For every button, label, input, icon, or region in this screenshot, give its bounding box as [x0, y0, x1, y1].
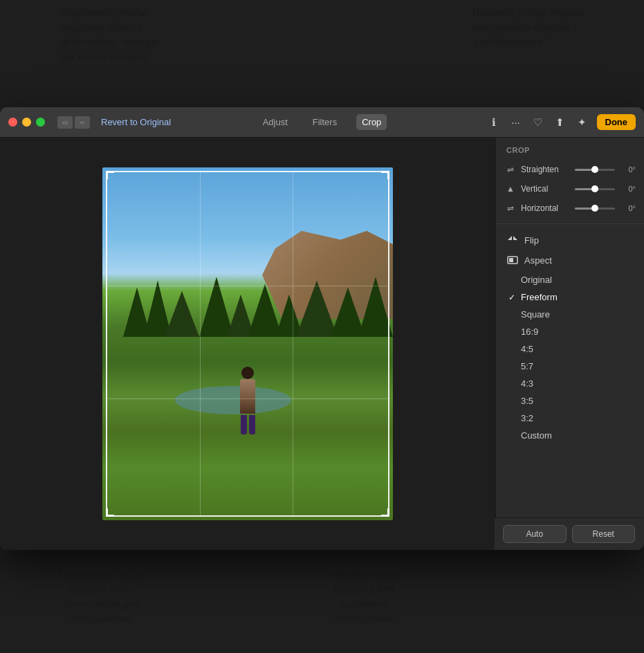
aspect-row[interactable]: Aspect [496, 250, 644, 270]
toolbar-right: ℹ ··· ♡ ⬆ ✦ Done [486, 114, 636, 130]
tree-layer [102, 266, 393, 337]
auto-button[interactable]: Auto [503, 525, 567, 543]
aspect-item-5-7[interactable]: 5:7 [496, 358, 644, 375]
straighten-value: 0° [619, 165, 636, 174]
horizontal-row[interactable]: ⇌ Horizontal 0° [496, 199, 644, 218]
reset-button[interactable]: Reset [572, 525, 636, 543]
more-icon[interactable]: ··· [508, 115, 524, 130]
titlebar: ▭ ▫▫ Revert to Original Adjust Filters C… [0, 107, 644, 138]
aspect-item-square[interactable]: Square [496, 306, 644, 323]
maximize-button[interactable] [36, 118, 45, 127]
done-button[interactable]: Done [597, 114, 636, 130]
callout-top-right: Нажмите, чтобы открытьинструменты обрезк… [472, 6, 632, 50]
aspect-item-custom[interactable]: Custom [496, 427, 644, 444]
aspect-label: Aspect [524, 255, 552, 266]
revert-button[interactable]: Revert to Original [101, 117, 171, 127]
person-legs [234, 415, 261, 434]
vertical-value: 0° [619, 185, 636, 193]
view-toggle: ▭ ▫▫ [57, 116, 90, 129]
callout-top-left: Перетяните, чтобывыделить областьфотогра… [61, 6, 206, 66]
tab-filters[interactable]: Filters [307, 114, 342, 130]
aspect-item-4-3[interactable]: 4:3 [496, 375, 644, 392]
panel-title: CROP [496, 146, 644, 160]
photo-background [102, 167, 393, 520]
vertical-row[interactable]: ▲ Vertical 0° [496, 179, 644, 199]
svg-marker-7 [296, 280, 338, 337]
leg-right [249, 415, 255, 434]
tab-adjust[interactable]: Adjust [257, 114, 293, 130]
vertical-icon: ▲ [504, 183, 517, 195]
svg-marker-3 [199, 277, 234, 337]
person-head [241, 367, 254, 379]
vertical-slider[interactable] [575, 188, 615, 190]
divider-1 [496, 223, 644, 224]
single-view-button[interactable]: ▭ [57, 116, 73, 129]
traffic-lights [8, 118, 45, 127]
minimize-button[interactable] [22, 118, 31, 127]
flip-row[interactable]: Flip [496, 230, 644, 250]
svg-rect-11 [509, 258, 513, 262]
panel-bottom: Auto Reset [495, 517, 643, 550]
aspect-list: Original Freeform Square 16:9 4:5 5:7 [496, 270, 644, 445]
info-icon[interactable]: ℹ [486, 115, 502, 130]
flip-icon [506, 234, 519, 246]
trees-svg [102, 266, 393, 337]
person-element [234, 367, 261, 443]
callout-bottom-left: Перетяните, чтобывыбрать частьфотографии… [36, 567, 167, 627]
aspect-item-freeform[interactable]: Freeform [496, 288, 644, 306]
horizontal-value: 0° [619, 204, 636, 212]
horizontal-label: Horizontal [521, 203, 571, 213]
aspect-item-4-5[interactable]: 4:5 [496, 340, 644, 358]
photo-container [102, 167, 393, 520]
person-body [240, 379, 255, 414]
callout-bottom-right: Автоматическиобрезать иливыпрямитьфотогр… [295, 567, 433, 627]
tab-group: Adjust Filters Crop [257, 114, 387, 130]
close-button[interactable] [8, 118, 17, 127]
straighten-icon: ⇌ [504, 163, 517, 176]
horizontal-icon: ⇌ [504, 202, 517, 214]
app-window: ▭ ▫▫ Revert to Original Adjust Filters C… [0, 107, 644, 550]
aspect-item-3-5[interactable]: 3:5 [496, 392, 644, 410]
aspect-item-16-9[interactable]: 16:9 [496, 323, 644, 340]
horizontal-slider[interactable] [575, 208, 615, 210]
content-area: CROP ⇌ Straighten 0° ▲ Vertical 0° [0, 138, 644, 550]
aspect-icon [506, 254, 519, 266]
vertical-label: Vertical [521, 184, 571, 194]
svg-marker-1 [144, 280, 172, 337]
heart-icon[interactable]: ♡ [531, 115, 546, 130]
right-panel: CROP ⇌ Straighten 0° ▲ Vertical 0° [495, 138, 644, 550]
straighten-slider[interactable] [575, 169, 615, 171]
share-icon[interactable]: ⬆ [553, 115, 568, 130]
flip-label: Flip [524, 235, 539, 246]
magic-icon[interactable]: ✦ [575, 115, 590, 130]
tab-crop[interactable]: Crop [356, 114, 387, 130]
split-view-button[interactable]: ▫▫ [75, 116, 90, 129]
straighten-label: Straighten [521, 165, 571, 174]
photo-area[interactable] [0, 138, 495, 550]
pond-element [175, 386, 291, 414]
aspect-item-original[interactable]: Original [496, 271, 644, 288]
leg-left [241, 415, 247, 434]
svg-marker-8 [331, 287, 365, 336]
straighten-row[interactable]: ⇌ Straighten 0° [496, 160, 644, 179]
svg-marker-5 [248, 284, 282, 337]
svg-marker-2 [165, 291, 199, 336]
svg-marker-9 [358, 277, 393, 337]
aspect-item-3-2[interactable]: 3:2 [496, 410, 644, 427]
